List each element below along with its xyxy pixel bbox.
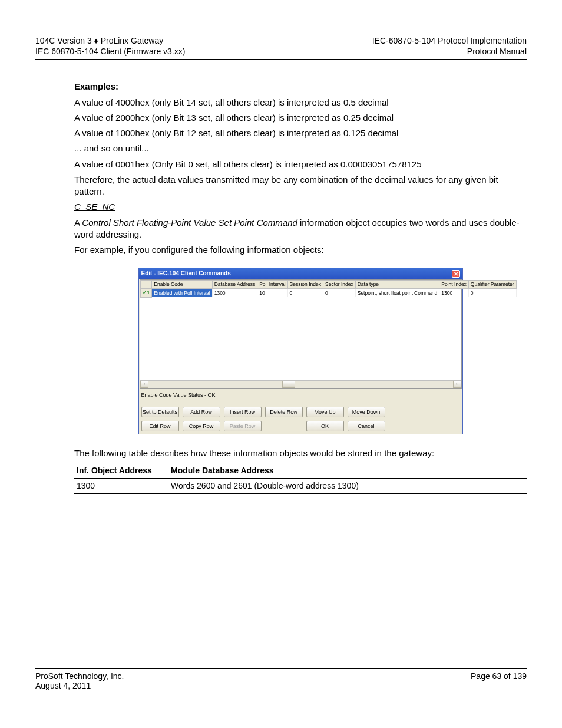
scroll-right-icon[interactable]: › [453,381,461,388]
example-line-5: A value of 0001hex (Only Bit 0 set, all … [74,159,527,170]
section-p1: A Control Short Floating-Point Value Set… [74,217,527,241]
button-row-2: Edit Row Copy Row Paste Row OK Cancel [139,420,462,434]
cell-point-index[interactable]: 1300 [439,289,469,297]
footer-date: August 4, 2011 [35,681,527,690]
header-right-2: Protocol Manual [372,46,527,57]
commands-grid[interactable]: Enable Code Database Address Poll Interv… [140,279,462,389]
dialog-title-text: Edit - IEC-104 Client Commands [141,269,231,278]
horizontal-scrollbar[interactable]: ‹ › [140,380,461,388]
storage-cell-desc: Words 2600 and 2601 (Double-word address… [168,479,527,494]
delete-row-button[interactable]: Delete Row [265,407,303,417]
col-data-type[interactable]: Data type [355,280,439,288]
after-dialog-text: The following table describes how these … [74,447,527,459]
row-marker: ✓1 [140,289,152,297]
example-line-6: Therefore, the actual data values transm… [74,174,527,198]
col-enable-code[interactable]: Enable Code [152,280,212,288]
cell-data-type[interactable]: Setpoint, short float point Command [355,289,439,297]
set-to-defaults-button[interactable]: Set to Defaults [141,407,179,417]
col-qualifier[interactable]: Qualifier Parameter [468,280,516,288]
scroll-left-icon[interactable]: ‹ [140,381,148,388]
spacer [265,421,303,431]
examples-heading: Examples: [74,81,527,93]
table-row[interactable]: ✓1 Enabled with Poll Interval 1300 10 0 … [140,289,516,297]
col-session-index[interactable]: Session Index [287,280,323,288]
status-text: Enable Code Value Status - OK [139,390,462,406]
cell-session-index[interactable]: 0 [287,289,323,297]
storage-th-2: Module Database Address [168,463,527,479]
grid-empty-area [140,298,461,380]
header-right-1: IEC-60870-5-104 Protocol Implementation [372,35,527,46]
storage-cell-addr: 1300 [74,479,168,494]
close-icon[interactable]: ✕ [452,270,460,278]
storage-th-1: Inf. Object Address [74,463,168,479]
storage-table: Inf. Object Address Module Database Addr… [74,463,527,494]
paste-row-button: Paste Row [224,421,262,431]
edit-row-button[interactable]: Edit Row [141,421,179,431]
insert-row-button[interactable]: Insert Row [224,407,262,417]
col-sector-index[interactable]: Sector Index [323,280,355,288]
cell-sector-index[interactable]: 0 [323,289,355,297]
cell-db-address[interactable]: 1300 [212,289,257,297]
scroll-thumb[interactable] [282,381,295,388]
example-line-4: ... and so on until... [74,143,527,154]
dialog-titlebar[interactable]: Edit - IEC-104 Client Commands ✕ [139,268,462,279]
cancel-button[interactable]: Cancel [348,421,385,431]
move-down-button[interactable]: Move Down [348,407,385,417]
grid-header-row: Enable Code Database Address Poll Interv… [140,280,516,288]
col-point-index[interactable]: Point Index [439,280,469,288]
footer-page: Page 63 of 139 [471,671,527,681]
button-row-1: Set to Defaults Add Row Insert Row Delet… [139,406,462,420]
col-db-address[interactable]: Database Address [212,280,257,288]
section-heading: C_SE_NC [74,201,527,213]
grid-corner [140,280,152,288]
add-row-button[interactable]: Add Row [183,407,220,417]
cell-enable-code[interactable]: Enabled with Poll Interval [152,289,212,297]
storage-row: 1300 Words 2600 and 2601 (Double-word ad… [74,479,527,494]
page-footer: ProSoft Technology, Inc. Page 63 of 139 … [35,668,527,690]
cell-poll-interval[interactable]: 10 [257,289,287,297]
example-line-2: A value of 2000hex (only Bit 13 set, all… [74,112,527,124]
page-content: Examples: A value of 4000hex (only Bit 1… [35,60,527,494]
col-poll-interval[interactable]: Poll Interval [257,280,287,288]
ok-button[interactable]: OK [306,421,344,431]
example-line-1: A value of 4000hex (only Bit 14 set, all… [74,97,527,108]
copy-row-button[interactable]: Copy Row [183,421,220,431]
edit-dialog: Edit - IEC-104 Client Commands ✕ Enable … [138,268,463,434]
move-up-button[interactable]: Move Up [306,407,344,417]
cell-qualifier[interactable]: 0 [468,289,516,297]
header-left-1: 104C Version 3 ♦ ProLinx Gateway [35,35,185,46]
header-left-2: IEC 60870-5-104 Client (Firmware v3.xx) [35,46,185,57]
scroll-track[interactable] [148,381,453,388]
footer-company: ProSoft Technology, Inc. [35,671,124,681]
section-p2: For example, if you configured the follo… [74,244,527,256]
check-icon: ✓ [143,289,147,295]
page-header: 104C Version 3 ♦ ProLinx Gateway IEC 608… [35,35,527,60]
example-line-3: A value of 1000hex (only Bit 12 set, all… [74,127,527,139]
